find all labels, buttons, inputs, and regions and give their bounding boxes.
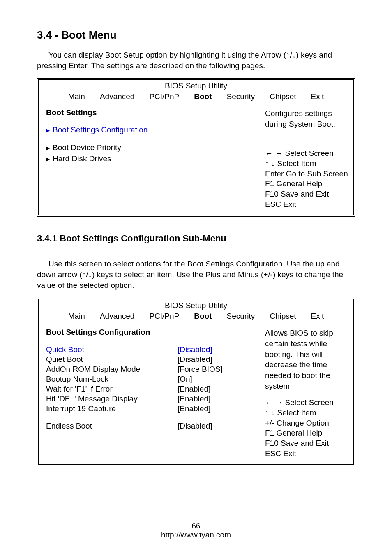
help-line: +/- Change Option xyxy=(265,418,349,429)
page-footer: 66 http://www.tyan.com xyxy=(0,521,392,540)
setting-value: [Disabled] xyxy=(178,345,253,354)
tab-boot: Boot xyxy=(187,92,219,101)
sub-heading: 3.4.1 Boot Settings Configuration Sub-Me… xyxy=(37,233,355,244)
left-panel: Boot Settings ▸ Boot Settings Configurat… xyxy=(39,102,259,215)
setting-value: [Force BIOS] xyxy=(178,365,253,374)
submenu-label: Boot Device Priority xyxy=(53,143,121,153)
help-text: Configures settings during System Boot. xyxy=(265,108,349,140)
tab-advanced: Advanced xyxy=(92,312,142,321)
help-line: ← → Select Screen xyxy=(265,148,349,159)
footer-url: http://www.tyan.com xyxy=(0,531,392,540)
setting-label: Wait for 'F1' if Error xyxy=(46,385,178,394)
setting-hit-del: Hit 'DEL' Message Display [Enabled] xyxy=(46,394,253,403)
help-line: Enter Go to Sub Screen xyxy=(265,169,349,179)
tab-exit: Exit xyxy=(304,312,332,321)
help-line: F1 General Help xyxy=(265,179,349,189)
help-line: ↑ ↓ Select Item xyxy=(265,159,349,169)
setting-label: Quick Boot xyxy=(46,345,178,354)
help-line: ↑ ↓ Select Item xyxy=(265,408,349,418)
bios-title: BIOS Setup Utility xyxy=(39,80,353,90)
setting-interrupt19: Interrupt 19 Capture [Enabled] xyxy=(46,404,253,413)
submenu-label: Boot Settings Configuration xyxy=(53,125,148,135)
help-line: F10 Save and Exit xyxy=(265,189,349,199)
right-panel: Allows BIOS to skip certain tests while … xyxy=(259,322,353,464)
setting-value: [On] xyxy=(178,375,253,384)
help-text: Allows BIOS to skip certain tests while … xyxy=(265,328,349,391)
setting-endless-boot: Endless Boot [Disabled] xyxy=(46,422,253,431)
submenu-label: Hard Disk Drives xyxy=(53,154,111,164)
tab-security: Security xyxy=(219,92,263,101)
triangle-icon: ▸ xyxy=(46,143,53,153)
right-panel: Configures settings during System Boot. … xyxy=(259,102,353,215)
tab-main: Main xyxy=(61,92,92,101)
setting-label: Quiet Boot xyxy=(46,355,178,364)
setting-label: Bootup Num-Lock xyxy=(46,375,178,384)
submenu-boot-device-priority: ▸ Boot Device Priority xyxy=(46,143,253,153)
submenu-boot-settings-config: ▸ Boot Settings Configuration xyxy=(46,125,253,135)
tab-chipset: Chipset xyxy=(262,312,303,321)
tab-boot: Boot xyxy=(187,312,219,321)
left-panel: Boot Settings Configuration Quick Boot [… xyxy=(39,322,259,464)
tab-exit: Exit xyxy=(304,92,332,101)
help-line: ESC Exit xyxy=(265,199,349,210)
intro-text: You can display Boot Setup option by hig… xyxy=(37,50,355,71)
boot-settings-heading: Boot Settings xyxy=(46,108,253,117)
boot-settings-config-heading: Boot Settings Configuration xyxy=(46,328,253,337)
tab-pcipnp: PCI/PnP xyxy=(142,92,187,101)
tab-security: Security xyxy=(219,312,263,321)
setting-wait-f1: Wait for 'F1' if Error [Enabled] xyxy=(46,385,253,394)
tab-row: Main Advanced PCI/PnP Boot Security Chip… xyxy=(39,310,353,322)
setting-bootup-numlock: Bootup Num-Lock [On] xyxy=(46,375,253,384)
triangle-icon: ▸ xyxy=(46,125,53,135)
setting-quick-boot: Quick Boot [Disabled] xyxy=(46,345,253,354)
setting-label: AddOn ROM Display Mode xyxy=(46,365,178,374)
help-line: ESC Exit xyxy=(265,449,349,459)
tab-advanced: Advanced xyxy=(92,92,142,101)
help-line: F10 Save and Exit xyxy=(265,438,349,449)
setting-value: [Enabled] xyxy=(178,404,253,413)
bios-box-2: BIOS Setup Utility Main Advanced PCI/PnP… xyxy=(37,298,355,466)
tab-main: Main xyxy=(61,312,92,321)
setting-value: [Enabled] xyxy=(178,394,253,403)
help-line: ← → Select Screen xyxy=(265,398,349,408)
bios-title: BIOS Setup Utility xyxy=(39,299,353,310)
tab-row: Main Advanced PCI/PnP Boot Security Chip… xyxy=(39,90,353,102)
help-line: F1 General Help xyxy=(265,428,349,438)
bios-box-1: BIOS Setup Utility Main Advanced PCI/PnP… xyxy=(37,78,355,217)
setting-value: [Enabled] xyxy=(178,385,253,394)
page-number: 66 xyxy=(0,521,392,531)
page-title: 3.4 - Boot Menu xyxy=(37,29,355,42)
sub-intro-text: Use this screen to select options for th… xyxy=(37,259,355,290)
submenu-hard-disk-drives: ▸ Hard Disk Drives xyxy=(46,154,253,164)
setting-label: Interrupt 19 Capture xyxy=(46,404,178,413)
setting-value: [Disabled] xyxy=(178,422,253,431)
setting-value: [Disabled] xyxy=(178,355,253,364)
tab-pcipnp: PCI/PnP xyxy=(142,312,187,321)
tab-chipset: Chipset xyxy=(262,92,303,101)
setting-quiet-boot: Quiet Boot [Disabled] xyxy=(46,355,253,364)
setting-label: Hit 'DEL' Message Display xyxy=(46,394,178,403)
setting-addon-rom: AddOn ROM Display Mode [Force BIOS] xyxy=(46,365,253,374)
setting-label: Endless Boot xyxy=(46,422,178,431)
triangle-icon: ▸ xyxy=(46,154,53,164)
